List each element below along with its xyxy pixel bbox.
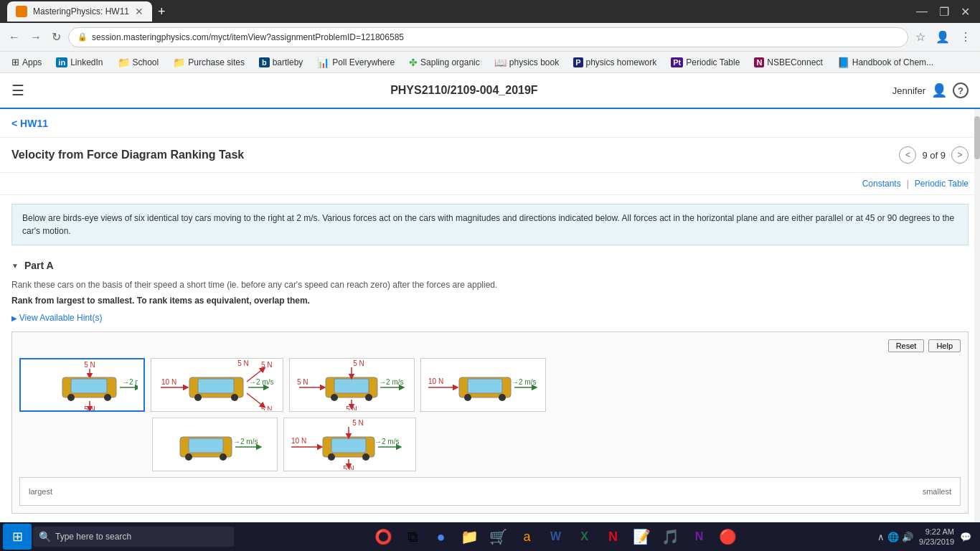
part-a-section: ▼ Part A Rank these cars on the basis of… — [0, 254, 980, 522]
back-button[interactable]: ← — [6, 28, 23, 47]
car-card-b[interactable]: 5 N 10 N 5 N 5 N — [151, 358, 283, 412]
svg-text:10 N: 10 N — [161, 378, 176, 386]
reset-button[interactable]: Reset — [888, 339, 925, 352]
car-card-f[interactable]: 5 N 10 N 5 N — [283, 418, 416, 471]
part-a-header[interactable]: ▼ Part A — [11, 260, 969, 271]
scrollbar-thumb[interactable] — [974, 116, 980, 159]
bookmark-handbook-label: Handbook of Chem... — [852, 57, 933, 67]
tab-close-button[interactable]: ✕ — [135, 6, 143, 17]
taskbar-store[interactable]: 🛒 — [486, 524, 512, 550]
bookmark-poll-everywhere[interactable]: 📊 Poll Everywhere — [311, 55, 400, 70]
taskbar-sticky-notes[interactable]: 📝 — [629, 524, 655, 550]
problem-info-box: Below are birds-eye views of six identic… — [11, 204, 969, 245]
rank-instruction: Rank from largest to smallest. To rank i… — [11, 296, 969, 306]
bookmark-periodic-table[interactable]: Pt Periodic Table — [665, 55, 745, 70]
taskbar-task-view[interactable]: ⧉ — [400, 524, 425, 550]
taskbar-onenote[interactable]: N — [687, 524, 712, 550]
car-card-e[interactable]: →2 m/s — [152, 418, 278, 471]
car-card-c[interactable]: 5 N 5 N 5 N — [289, 358, 415, 412]
svg-point-39 — [464, 394, 471, 401]
taskbar-chrome[interactable]: ● — [428, 524, 454, 550]
rank-bar[interactable]: largest smallest — [19, 477, 961, 506]
bookmark-sapling-organic[interactable]: ✤ Sapling organic — [403, 55, 486, 70]
bookmark-bartleby-label: bartleby — [273, 57, 303, 67]
taskbar-explorer[interactable]: 📁 — [457, 524, 483, 550]
taskbar-word[interactable]: W — [543, 524, 569, 550]
bookmark-nsbeconnect[interactable]: N NSBEConnect — [748, 55, 828, 70]
scrollbar-track[interactable] — [974, 109, 980, 522]
svg-rect-38 — [468, 379, 502, 393]
car-f-diagram: 5 N 10 N 5 N — [290, 420, 410, 470]
url-input[interactable]: 🔒 session.masteringphysics.com/myct/item… — [68, 27, 908, 47]
car-card-a[interactable]: 5 N →2 m/s 5 N — [19, 358, 145, 412]
resources-bar: Constants | Periodic Table — [0, 173, 980, 195]
start-icon: ⊞ — [12, 529, 23, 545]
svg-text:5 N: 5 N — [237, 360, 249, 367]
hamburger-menu[interactable]: ☰ — [11, 82, 24, 99]
svg-point-54 — [328, 453, 335, 461]
svg-rect-27 — [334, 379, 369, 393]
menu-icon[interactable]: ⋮ — [957, 27, 974, 47]
notification-icon[interactable]: 💬 — [960, 532, 971, 542]
tab-bar: MasteringPhysics: HW11 ✕ + — [7, 0, 913, 23]
svg-point-16 — [231, 394, 238, 401]
start-button[interactable]: ⊞ — [3, 524, 32, 550]
help-button[interactable]: ? — [953, 83, 969, 98]
new-tab-button[interactable]: + — [158, 4, 166, 19]
svg-line-19 — [247, 393, 263, 406]
next-problem-button[interactable]: > — [951, 146, 969, 164]
taskbar-amazon[interactable]: a — [514, 524, 540, 550]
forward-button[interactable]: → — [27, 28, 44, 47]
ranking-controls: Reset Help — [19, 339, 961, 352]
lock-icon: 🔒 — [77, 32, 88, 42]
bookmark-purchase-sites[interactable]: 📁 Purchase sites — [167, 55, 250, 70]
active-tab[interactable]: MasteringPhysics: HW11 ✕ — [7, 1, 152, 22]
time: 9:22 AM — [919, 527, 954, 537]
hw11-link[interactable]: HW11 — [11, 118, 48, 129]
close-button[interactable]: ✕ — [958, 5, 973, 19]
bookmark-physics-homework[interactable]: P physics homework — [567, 55, 662, 70]
bookmark-linkedin[interactable]: in LinkedIn — [50, 55, 108, 70]
constants-link[interactable]: Constants — [862, 179, 901, 189]
svg-point-45 — [185, 453, 192, 461]
chevron-icon[interactable]: ∧ — [877, 532, 885, 542]
reload-button[interactable]: ↻ — [49, 27, 64, 47]
search-icon: 🔍 — [39, 531, 51, 542]
bookmark-bartleby[interactable]: b bartleby — [253, 55, 308, 70]
ranking-area: Reset Help 5 N — [11, 331, 969, 514]
bookmark-nsbeconnect-label: NSBEConnect — [767, 57, 822, 67]
svg-text:5 N: 5 N — [84, 405, 95, 410]
taskbar-app13[interactable]: 🔴 — [715, 524, 741, 550]
svg-text:5 N: 5 N — [343, 465, 354, 470]
clock[interactable]: 9:22 AM 9/23/2019 — [919, 527, 954, 547]
minimize-button[interactable]: — — [913, 5, 930, 18]
network-icon[interactable]: 🌐 — [887, 532, 899, 542]
bookmark-physics-book[interactable]: 📖 physics book — [489, 55, 565, 70]
part-a-label: Part A — [24, 260, 54, 271]
volume-icon[interactable]: 🔊 — [902, 532, 913, 542]
taskbar-netflix[interactable]: N — [600, 524, 626, 550]
svg-point-46 — [220, 453, 227, 461]
app-title: PHYS2110/2109-004_2019F — [36, 84, 892, 97]
prev-problem-button[interactable]: < — [899, 146, 916, 164]
svg-point-4 — [67, 394, 75, 401]
search-bar[interactable]: 🔍 Type here to search — [33, 527, 234, 547]
car-card-d[interactable]: 10 N →2 m/s — [420, 358, 546, 412]
profile-icon[interactable]: 👤 — [933, 27, 953, 47]
taskbar-cortana[interactable]: ⭕ — [371, 524, 397, 550]
hint-link[interactable]: View Available Hint(s) — [11, 313, 969, 323]
taskbar-excel[interactable]: X — [572, 524, 598, 550]
star-icon[interactable]: ☆ — [913, 27, 928, 47]
svg-text:→2 m/s: →2 m/s — [233, 438, 258, 446]
taskbar-music[interactable]: 🎵 — [658, 524, 684, 550]
maximize-button[interactable]: ❐ — [936, 5, 952, 19]
bookmark-physics-homework-label: physics homework — [586, 57, 657, 67]
bookmark-apps[interactable]: ⊞ Apps — [6, 55, 47, 70]
periodic-table-link[interactable]: Periodic Table — [915, 179, 969, 189]
user-icon[interactable]: 👤 — [931, 83, 947, 98]
bookmark-handbook[interactable]: 📘 Handbook of Chem... — [831, 55, 939, 70]
svg-point-5 — [104, 394, 111, 401]
help-button[interactable]: Help — [928, 339, 961, 352]
bookmark-school[interactable]: 📁 School — [112, 55, 165, 70]
svg-text:5 N: 5 N — [346, 405, 357, 410]
